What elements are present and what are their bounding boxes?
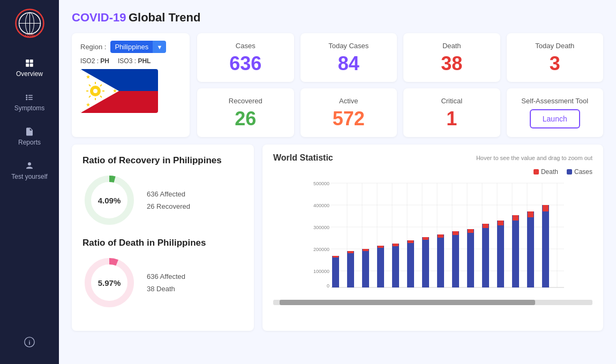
title-covid: COVID-19: [72, 11, 126, 24]
svg-rect-80: [423, 237, 429, 240]
stat-card-cases: Cases 636: [197, 33, 294, 82]
critical-label: Critical: [441, 97, 462, 105]
cases-legend-label: Cases: [574, 168, 592, 176]
death-donut: 5.97%: [82, 256, 136, 309]
svg-rect-93: [527, 211, 534, 287]
iso-row: ISO2 : PH ISO3 : PHL: [80, 57, 181, 65]
ratio-panel: Ratio of Recovery in Philippines 4.09% 6…: [72, 145, 254, 331]
recovery-recovered: 26 Recovered: [147, 200, 190, 213]
today-death-value: 3: [550, 54, 560, 73]
svg-point-12: [26, 97, 27, 98]
svg-text:400000: 400000: [313, 203, 329, 208]
cases-value: 636: [229, 54, 261, 73]
death-count: 38 Death: [147, 283, 185, 295]
region-dropdown-arrow[interactable]: ▼: [153, 41, 166, 53]
svg-rect-72: [363, 249, 369, 251]
recovered-label: Recovered: [229, 97, 262, 105]
death-pct: 5.97%: [98, 278, 121, 287]
svg-rect-79: [422, 237, 429, 287]
world-hint: Hover to see the value and drag to zoom …: [476, 155, 592, 161]
today-cases-label: Today Cases: [328, 42, 369, 50]
chart-scrollbar[interactable]: [273, 300, 592, 305]
svg-rect-87: [482, 224, 489, 287]
stat-card-today-death: Today Death 3: [507, 33, 604, 82]
sidebar-item-label: Test yourself: [11, 173, 47, 180]
sidebar-item-overview[interactable]: Overview: [0, 53, 59, 83]
death-section: Ratio of Death in Philippines 5.97% 636 …: [82, 238, 243, 309]
chart-area[interactable]: 500000 400000 300000 200000 100000 0: [273, 178, 592, 298]
region-panel: Region : Philippines ▼ ISO2 : PH ISO3 : …: [72, 33, 190, 137]
svg-rect-85: [467, 229, 474, 287]
svg-rect-9: [30, 64, 33, 67]
svg-rect-75: [392, 244, 399, 287]
svg-point-10: [26, 95, 27, 96]
recovery-title: Ratio of Recovery in Philippines: [82, 155, 243, 166]
svg-text:i: i: [28, 339, 30, 346]
cases-legend-dot: [567, 169, 572, 175]
recovery-section: Ratio of Recovery in Philippines 4.09% 6…: [82, 155, 243, 227]
today-cases-value: 84: [338, 54, 359, 73]
svg-rect-73: [377, 246, 384, 287]
world-title: World Statistic: [273, 153, 333, 163]
info-button[interactable]: i: [24, 336, 35, 350]
legend-death: Death: [534, 168, 558, 176]
svg-rect-11: [28, 95, 33, 96]
stat-card-today-cases: Today Cases 84: [301, 33, 397, 82]
svg-rect-76: [393, 244, 399, 246]
svg-rect-70: [348, 251, 354, 253]
grid-icon: [25, 58, 34, 68]
active-label: Active: [339, 97, 358, 105]
svg-rect-83: [452, 231, 459, 287]
svg-rect-68: [333, 256, 339, 257]
svg-rect-82: [438, 234, 444, 238]
death-legend-label: Death: [541, 168, 558, 176]
svg-rect-8: [26, 64, 29, 67]
active-value: 572: [333, 109, 365, 128]
death-info: 636 Affected 38 Death: [147, 270, 185, 295]
cases-label: Cases: [236, 42, 256, 50]
svg-text:COVID: COVID: [25, 34, 34, 37]
svg-rect-94: [528, 211, 534, 217]
death-row: 5.97% 636 Affected 38 Death: [82, 256, 243, 309]
list-icon: [25, 93, 34, 102]
info-icon: i: [24, 336, 35, 348]
file-icon: [25, 127, 34, 136]
svg-rect-13: [28, 97, 33, 98]
svg-text:★: ★: [86, 102, 91, 108]
svg-text:500000: 500000: [313, 181, 329, 186]
svg-text:★: ★: [86, 74, 91, 80]
svg-point-16: [28, 162, 31, 165]
svg-rect-90: [498, 221, 504, 225]
launch-button[interactable]: Launch: [530, 109, 580, 128]
sidebar-item-label: Reports: [18, 139, 41, 146]
region-select[interactable]: Philippines: [110, 41, 153, 53]
world-chart-svg: 500000 400000 300000 200000 100000 0: [273, 178, 592, 295]
svg-rect-78: [408, 240, 414, 243]
stat-card-assessment: Self-Assessment Tool Launch: [507, 88, 604, 137]
legend-cases: Cases: [567, 168, 592, 176]
svg-rect-84: [453, 231, 459, 235]
app-logo: COVID: [15, 9, 44, 38]
title-rest: Global Trend: [129, 11, 200, 24]
svg-text:100000: 100000: [313, 269, 329, 274]
svg-point-24: [93, 89, 97, 93]
death-label: Death: [442, 42, 461, 50]
svg-text:300000: 300000: [313, 225, 329, 230]
svg-rect-88: [483, 224, 489, 228]
recovery-info: 636 Affected 26 Recovered: [147, 188, 190, 213]
recovery-affected: 636 Affected: [147, 188, 190, 200]
sidebar-item-test[interactable]: Test yourself: [0, 156, 59, 186]
svg-text:★: ★: [112, 88, 117, 94]
iso2-label: ISO2 : PH: [80, 57, 109, 65]
person-icon: [25, 161, 34, 171]
critical-value: 1: [446, 109, 457, 128]
sidebar-item-reports[interactable]: Reports: [0, 122, 59, 151]
sidebar: COVID Overview Symptoms Reports Test you…: [0, 0, 59, 364]
world-statistic-panel: World Statistic Hover to see the value a…: [262, 145, 603, 331]
stat-card-recovered: Recovered 26: [197, 88, 294, 137]
bottom-section: Ratio of Recovery in Philippines 4.09% 6…: [72, 145, 603, 331]
svg-text:0: 0: [327, 283, 329, 289]
recovery-pct: 4.09%: [98, 196, 121, 205]
death-value: 38: [441, 54, 462, 73]
sidebar-item-symptoms[interactable]: Symptoms: [0, 87, 59, 117]
